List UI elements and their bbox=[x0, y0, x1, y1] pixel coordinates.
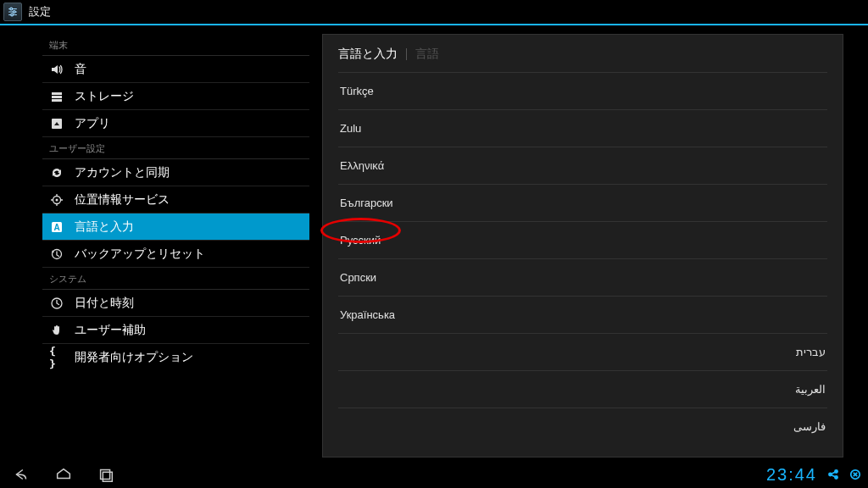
volume-icon bbox=[49, 62, 64, 77]
section-header-device: 端末 bbox=[42, 34, 309, 56]
svg-point-11 bbox=[56, 198, 58, 201]
language-list[interactable]: Türkçe Zulu Ελληνικά Български Русский С… bbox=[323, 72, 843, 445]
language-option-zulu[interactable]: Zulu bbox=[338, 109, 827, 147]
svg-point-22 bbox=[829, 473, 832, 475]
language-option-arabic[interactable]: العربية bbox=[338, 370, 827, 408]
window-titlebar: 設定 bbox=[0, 0, 868, 24]
sync-icon bbox=[49, 165, 64, 180]
language-option-turkce[interactable]: Türkçe bbox=[338, 72, 827, 109]
svg-text:A: A bbox=[53, 223, 59, 232]
language-option-serbian[interactable]: Српски bbox=[338, 258, 827, 296]
svg-rect-20 bbox=[101, 470, 110, 480]
svg-rect-7 bbox=[52, 96, 62, 98]
sidebar-item-label: ユーザー補助 bbox=[75, 323, 146, 338]
sidebar-item-label: ストレージ bbox=[75, 89, 134, 104]
sidebar-item-language[interactable]: A 言語と入力 bbox=[42, 214, 309, 241]
system-navbar: 23:44 bbox=[0, 461, 868, 488]
svg-point-5 bbox=[11, 14, 14, 16]
breadcrumb-divider bbox=[406, 48, 407, 60]
sidebar-item-label: 言語と入力 bbox=[75, 219, 134, 235]
close-status-icon[interactable] bbox=[846, 469, 865, 480]
language-option-farsi[interactable]: فارسی bbox=[338, 408, 827, 445]
svg-line-26 bbox=[832, 475, 835, 477]
recent-apps-button[interactable] bbox=[85, 461, 127, 488]
sidebar-item-label: バックアップとリセット bbox=[75, 247, 205, 262]
main-panel: 言語と入力 言語 Türkçe Zulu Ελληνικά Български … bbox=[322, 34, 843, 458]
section-header-system: システム bbox=[42, 268, 309, 290]
clock-icon bbox=[49, 296, 64, 311]
sidebar-item-accounts[interactable]: アカウントと同期 bbox=[42, 159, 309, 186]
sidebar-item-sound[interactable]: 音 bbox=[42, 56, 309, 83]
main-header: 言語と入力 言語 bbox=[323, 35, 843, 72]
language-option-greek[interactable]: Ελληνικά bbox=[338, 147, 827, 184]
svg-line-25 bbox=[832, 472, 835, 474]
home-button[interactable] bbox=[42, 461, 85, 488]
sidebar-item-apps[interactable]: アプリ bbox=[42, 110, 309, 137]
title-underline bbox=[0, 24, 868, 25]
sidebar-item-label: 日付と時刻 bbox=[75, 296, 134, 311]
sidebar-item-label: 音 bbox=[75, 62, 86, 77]
sidebar-item-datetime[interactable]: 日付と時刻 bbox=[42, 290, 309, 317]
sidebar-item-label: 開発者向けオプション bbox=[75, 350, 193, 365]
language-icon: A bbox=[49, 219, 64, 235]
language-option-bulgarian[interactable]: Български bbox=[338, 184, 827, 221]
settings-sidebar: 端末 音 ストレージ アプリ ユーザー設定 アカウントと同期 位置情報サービス bbox=[42, 34, 309, 371]
sidebar-item-location[interactable]: 位置情報サービス bbox=[42, 186, 309, 214]
breadcrumb-primary: 言語と入力 bbox=[338, 47, 398, 62]
apps-icon bbox=[49, 116, 64, 131]
status-clock: 23:44 bbox=[766, 465, 817, 485]
sidebar-item-backup[interactable]: バックアップとリセット bbox=[42, 241, 309, 268]
language-option-ukrainian[interactable]: Українська bbox=[338, 296, 827, 333]
svg-rect-21 bbox=[103, 472, 112, 481]
svg-rect-8 bbox=[52, 99, 62, 102]
sidebar-item-label: アプリ bbox=[75, 116, 110, 131]
svg-rect-6 bbox=[52, 92, 62, 95]
svg-point-3 bbox=[13, 11, 15, 14]
sidebar-item-label: 位置情報サービス bbox=[75, 192, 170, 208]
sidebar-item-storage[interactable]: ストレージ bbox=[42, 83, 309, 110]
language-option-hebrew[interactable]: עברית bbox=[338, 333, 827, 370]
braces-icon: { } bbox=[49, 350, 64, 365]
window-title: 設定 bbox=[29, 4, 51, 19]
breadcrumb-secondary: 言語 bbox=[415, 47, 439, 62]
svg-point-1 bbox=[10, 8, 13, 10]
hand-icon bbox=[49, 323, 64, 338]
svg-point-24 bbox=[835, 476, 837, 479]
sidebar-item-label: アカウントと同期 bbox=[75, 165, 170, 180]
sidebar-item-developer[interactable]: { } 開発者向けオプション bbox=[42, 344, 309, 371]
settings-app-icon bbox=[3, 3, 22, 21]
backup-icon bbox=[49, 247, 64, 262]
section-header-user: ユーザー設定 bbox=[42, 137, 309, 159]
share-icon[interactable] bbox=[824, 469, 843, 480]
location-icon bbox=[49, 192, 64, 208]
back-button[interactable] bbox=[0, 461, 42, 488]
sidebar-item-accessibility[interactable]: ユーザー補助 bbox=[42, 317, 309, 344]
svg-point-23 bbox=[835, 470, 837, 473]
language-option-russian[interactable]: Русский bbox=[338, 221, 827, 258]
storage-icon bbox=[49, 89, 64, 104]
